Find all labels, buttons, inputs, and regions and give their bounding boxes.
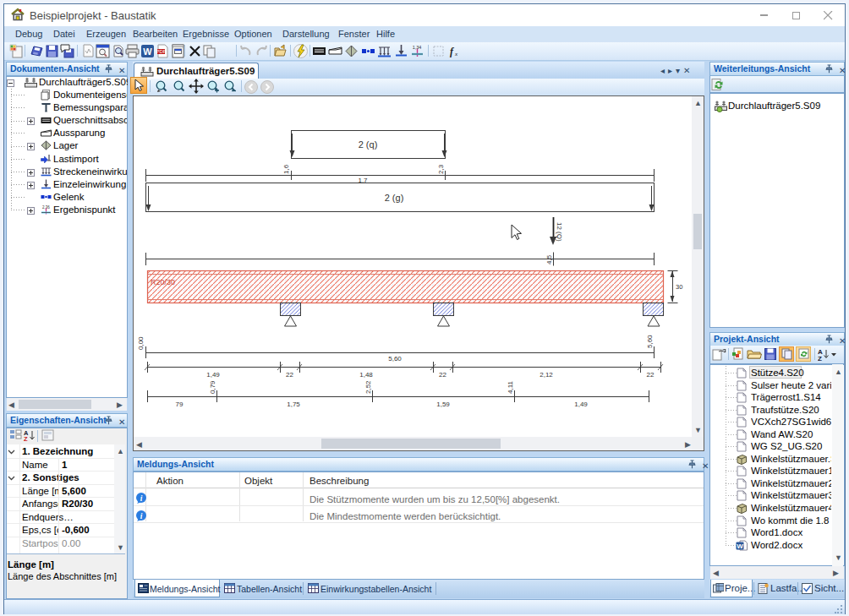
svg-text:i: i — [140, 494, 143, 503]
svg-text:i: i — [140, 512, 143, 521]
svg-text:2,3: 2,3 — [437, 164, 445, 174]
svg-text:4,5: 4,5 — [545, 254, 553, 264]
svg-text:f: f — [450, 46, 454, 57]
svg-text:1,75: 1,75 — [287, 401, 300, 408]
svg-text:R20/30: R20/30 — [151, 278, 175, 286]
svg-text:22: 22 — [439, 371, 446, 379]
svg-text:22: 22 — [647, 371, 655, 379]
svg-text:1,59: 1,59 — [436, 401, 450, 408]
svg-text:4,11: 4,11 — [507, 380, 514, 394]
svg-text:1,6: 1,6 — [282, 164, 290, 174]
svg-text:2 (g): 2 (g) — [385, 193, 404, 203]
svg-text:2,12: 2,12 — [540, 371, 553, 379]
svg-text:PDF: PDF — [156, 49, 167, 54]
svg-text:5,60: 5,60 — [388, 355, 402, 363]
svg-text:12 (Q): 12 (Q) — [556, 222, 563, 242]
svg-text:2,52: 2,52 — [364, 380, 372, 394]
svg-text:0,00: 0,00 — [137, 336, 145, 350]
svg-text:W: W — [737, 542, 743, 550]
svg-text:22: 22 — [286, 371, 293, 379]
svg-text:2 (q): 2 (q) — [359, 139, 378, 150]
svg-text:W: W — [143, 46, 152, 57]
svg-text:0,79: 0,79 — [209, 380, 216, 394]
svg-text:x: x — [454, 51, 458, 57]
svg-text:Z: Z — [24, 435, 28, 442]
svg-text:30: 30 — [676, 283, 682, 291]
svg-text:1,49: 1,49 — [206, 371, 220, 379]
svg-text:1,49: 1,49 — [574, 401, 588, 408]
svg-text:1,7: 1,7 — [358, 177, 368, 184]
svg-text:Z: Z — [818, 355, 822, 361]
svg-text:5,60: 5,60 — [646, 335, 654, 348]
svg-text:1,48: 1,48 — [359, 371, 373, 379]
svg-text:79: 79 — [176, 401, 183, 408]
